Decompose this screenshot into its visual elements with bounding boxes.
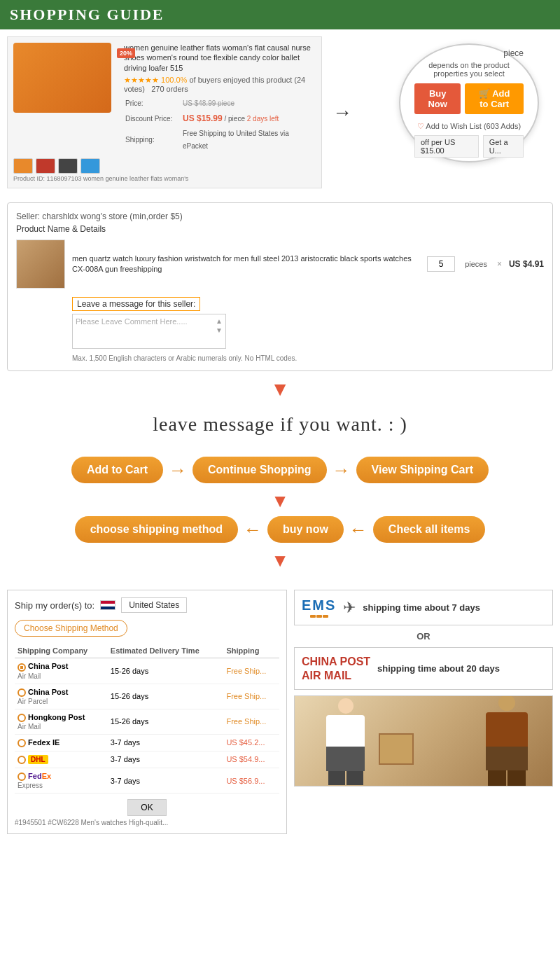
choose-shipping-flow-button[interactable]: choose shipping method bbox=[75, 516, 238, 543]
ship-to-label: Ship my order(s) to: bbox=[15, 600, 94, 611]
thumbnail-strip bbox=[13, 158, 316, 174]
china-post-box: CHINA POSTAIR MAIL shipping time about 2… bbox=[294, 647, 553, 689]
cart-multiply: × bbox=[497, 259, 502, 269]
continue-shopping-button[interactable]: Continue Shopping bbox=[192, 457, 327, 483]
product-id-text: Product ID: 1168097103 women genuine lea… bbox=[13, 175, 316, 182]
discount-badge: 20% bbox=[117, 48, 135, 58]
page-title: SHOPPING GUIDE bbox=[10, 6, 550, 24]
flow-row-2: choose shipping method ← buy now ← Check… bbox=[7, 516, 553, 543]
table-row: China PostAir Mail 15-26 days Free Ship.… bbox=[15, 658, 279, 684]
zoom-btn-row: Buy Now 🛒 Add to Cart bbox=[414, 83, 524, 118]
scroll-down-icon: ▼ bbox=[216, 326, 223, 334]
shipping-table: Shipping Company Estimated Delivery Time… bbox=[15, 644, 279, 794]
shipping-info-panel: EMS ✈ shipping time about 7 days OR CHIN… bbox=[294, 590, 553, 834]
china-post-shipping-time: shipping time about 20 days bbox=[377, 663, 500, 674]
thumb-2[interactable] bbox=[36, 158, 55, 174]
thumb-3[interactable] bbox=[58, 158, 78, 174]
col-delivery: Estimated Delivery Time bbox=[108, 644, 224, 658]
flow-arrow-left-2: ← bbox=[349, 519, 368, 541]
max-chars-note: Max. 1,500 English characters or Arabic … bbox=[72, 354, 544, 362]
dhl-logo: DHL bbox=[28, 755, 48, 764]
flow-arrow-1: → bbox=[169, 459, 187, 481]
flow-section: Add to Cart → Continue Shopping → View S… bbox=[0, 443, 560, 590]
wishlist-row: ♡ Add to Wish List (603 Adds) bbox=[417, 122, 521, 131]
product-rating: ★★★★★ 100.0% of buyers enjoyed this prod… bbox=[124, 76, 313, 93]
or-divider: OR bbox=[294, 631, 553, 642]
leave-message-text: leave message if you want. : ) bbox=[0, 406, 560, 443]
cart-item-image bbox=[16, 240, 65, 289]
radio-2[interactable] bbox=[18, 688, 26, 697]
choose-shipping-btn[interactable]: Choose Shipping Method bbox=[15, 620, 127, 637]
ems-line-1 bbox=[310, 615, 316, 618]
cart-pieces: pieces bbox=[465, 260, 487, 268]
ok-button[interactable]: OK bbox=[127, 799, 166, 816]
delivery-person-2 bbox=[475, 695, 538, 786]
shipping-label: Shipping: bbox=[125, 127, 181, 153]
col-shipping: Shipping bbox=[223, 644, 279, 658]
thumb-1[interactable] bbox=[13, 158, 33, 174]
table-row: Fedex IE 3-7 days US $45.2... bbox=[15, 734, 279, 751]
table-row: DHL 3-7 days US $54.9... bbox=[15, 751, 279, 768]
flow-arrow-2: → bbox=[332, 459, 351, 481]
scroll-arrows: ▲ ▼ bbox=[216, 317, 223, 334]
ems-airplane-icon: ✈ bbox=[343, 599, 356, 617]
radio-3[interactable] bbox=[18, 714, 26, 722]
ship-footer: #1945501 #CW6228 Men's watches High-qual… bbox=[15, 819, 279, 826]
view-shipping-cart-button[interactable]: View Shipping Cart bbox=[356, 457, 489, 483]
shipping-section: Ship my order(s) to: United States Choos… bbox=[0, 590, 560, 841]
add-to-cart-flow-button[interactable]: Add to Cart bbox=[71, 457, 163, 483]
zoom-overlay: piece depends on the product properties … bbox=[399, 43, 539, 162]
discount-label: Discount Price: bbox=[125, 111, 181, 127]
radio-6[interactable] bbox=[18, 772, 26, 781]
product-details: women genuine leather flats woman's flat… bbox=[124, 43, 313, 154]
flow-arrow-left-1: ← bbox=[244, 519, 262, 541]
buy-now-flow-button[interactable]: buy now bbox=[267, 516, 344, 543]
add-to-cart-zoom-button[interactable]: 🛒 Add to Cart bbox=[465, 83, 524, 114]
china-post-logo: CHINA POSTAIR MAIL bbox=[302, 655, 370, 681]
delivery-image bbox=[294, 695, 553, 787]
message-box-container: Leave a message for this seller: Please … bbox=[72, 297, 544, 349]
product-section: 20% women genuine leather flats woman's … bbox=[0, 29, 560, 195]
cart-info-box: Seller: charshldx wong's store (min,orde… bbox=[7, 202, 553, 371]
table-row: China PostAir Parcel 15-26 days Free Shi… bbox=[15, 684, 279, 709]
buy-now-button[interactable]: Buy Now bbox=[414, 83, 461, 114]
radio-5[interactable] bbox=[18, 756, 26, 764]
ship-to-row: Ship my order(s) to: United States bbox=[15, 597, 279, 613]
col-company: Shipping Company bbox=[15, 644, 108, 658]
table-row: FedExExpress 3-7 days US $56.9... bbox=[15, 768, 279, 793]
price-bottom: off per US $15.00 Get a U... bbox=[414, 135, 524, 158]
check-all-items-button[interactable]: Check all items bbox=[373, 516, 486, 543]
radio-1[interactable] bbox=[18, 663, 26, 672]
radio-4[interactable] bbox=[18, 739, 26, 747]
cart-quantity-input[interactable] bbox=[427, 256, 455, 272]
ship-country: United States bbox=[121, 597, 187, 613]
ems-logo: EMS bbox=[302, 597, 336, 618]
message-placeholder: Please Leave Comment Here..... bbox=[76, 317, 188, 326]
arrow-down-3: ▼ bbox=[7, 550, 553, 571]
shipping-table-panel: Ship my order(s) to: United States Choos… bbox=[7, 590, 287, 834]
price-label: Price: bbox=[125, 97, 181, 110]
seller-line: Seller: charshldx wong's store (min,orde… bbox=[16, 212, 544, 221]
heart-icon: ♡ bbox=[417, 122, 424, 130]
us-flag bbox=[100, 600, 115, 610]
cart-icon: 🛒 bbox=[479, 88, 490, 99]
arrow-to-zoom: → bbox=[332, 102, 352, 124]
message-textarea[interactable]: Please Leave Comment Here..... ▲ ▼ bbox=[72, 314, 226, 349]
cart-price: US $4.91 bbox=[509, 259, 544, 269]
ems-box: EMS ✈ shipping time about 7 days bbox=[294, 590, 553, 625]
product-image bbox=[13, 43, 111, 113]
thumb-4[interactable] bbox=[80, 158, 100, 174]
scroll-up-icon: ▲ bbox=[216, 317, 223, 325]
cart-item-desc: men quartz watch luxury fashion wristwat… bbox=[72, 254, 420, 275]
ems-line-2 bbox=[316, 615, 322, 618]
cart-item-row: men quartz watch luxury fashion wristwat… bbox=[16, 240, 544, 289]
arrow-down-2: ▼ bbox=[7, 490, 553, 512]
depends-text: depends on the product properties you se… bbox=[414, 61, 524, 78]
piece-label: piece bbox=[503, 48, 524, 58]
delivery-person-1 bbox=[316, 698, 375, 786]
product-title: women genuine leather flats woman's flat… bbox=[124, 43, 313, 73]
ems-shipping-time: shipping time about 7 days bbox=[363, 602, 480, 613]
page-header: SHOPPING GUIDE bbox=[0, 0, 560, 29]
message-label: Leave a message for this seller: bbox=[72, 297, 200, 311]
product-name-line: Product Name & Details bbox=[16, 224, 544, 234]
